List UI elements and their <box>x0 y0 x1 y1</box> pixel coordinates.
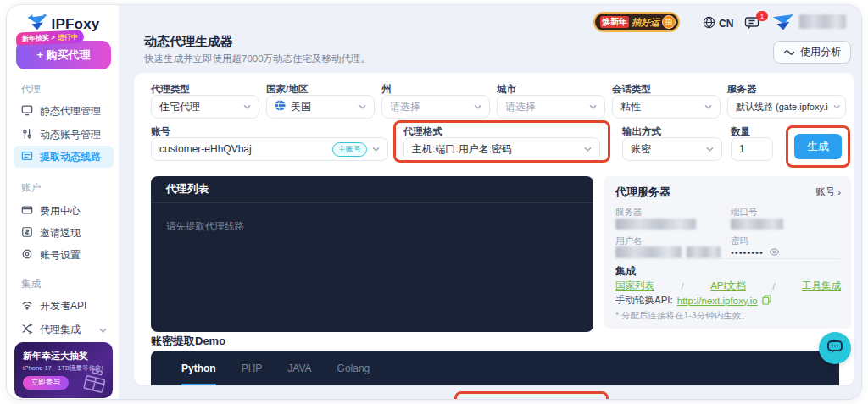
tab-golang[interactable]: Golang <box>337 351 370 385</box>
port-value-redacted <box>731 219 783 230</box>
tab-label: PHP <box>242 362 263 374</box>
lines-card-icon <box>21 150 33 164</box>
sidebar-item-settings[interactable]: 账号设置 <box>14 244 114 266</box>
sidebar-item-label: 开发者API <box>40 299 86 313</box>
quantity-input[interactable]: 1 <box>731 137 773 161</box>
proxy-type-select[interactable]: 住宅代理 <box>151 95 259 119</box>
proxy-format-select[interactable]: 主机:端口:用户名:密码 <box>403 137 600 161</box>
page-title: 动态代理生成器 <box>144 34 233 50</box>
chevron-down-icon <box>99 324 107 335</box>
session-type-value: 粘性 <box>620 100 699 114</box>
account-select[interactable]: customer-eHhQVbaj 主账号 <box>151 137 388 161</box>
city-select[interactable]: 请选择 <box>497 95 605 119</box>
username-value-redacted <box>687 246 721 258</box>
sidebar: IPFoxy 新年抽奖 > 进行中 + 购买代理 代理 静态代理管理 动态账号管… <box>7 5 120 399</box>
buy-proxy-button[interactable]: + 购买代理 <box>16 41 111 69</box>
chevron-down-icon <box>474 104 481 109</box>
username-value-redacted <box>615 246 682 258</box>
session-type-select[interactable]: 粘性 <box>612 95 721 119</box>
sidebar-item-invite[interactable]: 邀请返现 <box>14 222 114 244</box>
tab-java[interactable]: JAVA <box>287 351 311 385</box>
sidebar-item-label: 邀请返现 <box>40 226 81 241</box>
actions-highlight-box <box>454 391 609 399</box>
output-mode-select[interactable]: 账密 <box>622 137 722 161</box>
server-value-redacted <box>615 219 696 230</box>
sidebar-item-label: 静态代理管理 <box>40 104 101 119</box>
proxy-list-panel: 代理列表 请先提取代理线路 二维码 批量复制 导出 <box>151 176 593 332</box>
server-panel-title: 代理服务器 <box>615 185 670 200</box>
api-url-link[interactable]: http://next.ipfoxy.io <box>677 296 758 306</box>
sidebar-item-billing[interactable]: 费用中心 <box>14 200 114 222</box>
sidebar-item-label: 代理集成 <box>40 323 81 337</box>
country-list-link[interactable]: 国家列表 <box>615 279 654 292</box>
user-avatar[interactable] <box>772 11 794 35</box>
section-title-account: 账户 <box>21 181 41 194</box>
proxy-type-label: 代理类型 <box>151 83 190 96</box>
messages-button[interactable]: 1 <box>744 16 760 33</box>
demo-title: 账密提取Demo <box>151 334 225 349</box>
generate-button[interactable]: 生成 <box>794 134 842 159</box>
username-redacted[interactable] <box>799 14 846 29</box>
demo-code-panel: Python PHP JAVA Golang <box>151 351 839 385</box>
chevron-down-icon <box>243 104 251 109</box>
gift-icon <box>77 364 112 398</box>
fox-avatar-icon <box>772 19 794 34</box>
chevron-down-icon <box>584 147 592 152</box>
lottery-ribbon[interactable]: 新年抽奖 > 进行中 <box>16 30 84 46</box>
city-placeholder: 请选择 <box>505 100 584 114</box>
proxy-type-value: 住宅代理 <box>159 100 238 114</box>
language-label: CN <box>719 18 733 30</box>
sidebar-item-label: 提取动态线路 <box>40 150 101 164</box>
api-docs-link[interactable]: API文档 <box>710 279 746 292</box>
promo-title: 新年幸运大抽奖 <box>23 350 88 362</box>
promo-join-button[interactable]: 立即参与 <box>23 376 69 390</box>
chat-support-button[interactable] <box>819 332 851 364</box>
account-label: 账号 <box>151 125 170 138</box>
password-dots: •••••••• <box>731 247 764 257</box>
language-switcher[interactable]: CN <box>703 16 733 31</box>
festival-badge[interactable]: 焕新年 抽好运 抽 <box>593 12 680 32</box>
proxy-list-empty-text: 请先提取代理线路 <box>166 220 244 233</box>
chevron-down-icon <box>589 104 597 109</box>
chat-icon <box>826 340 843 357</box>
server-value: 默认线路 (gate.ipfoxy.io) <box>736 101 828 113</box>
content-card: 代理类型 住宅代理 国家/地区 美国 州 请选择 城市 请选择 会话类型 <box>134 73 854 385</box>
sidebar-item-extract-lines[interactable]: 提取动态线路 <box>14 146 114 168</box>
output-mode-label: 输出方式 <box>622 125 661 138</box>
us-flag-icon <box>275 100 286 113</box>
chart-line-icon <box>783 47 795 58</box>
tab-python[interactable]: Python <box>181 351 216 385</box>
integration-links: 国家列表 / API文档 / 工具集成 <box>615 279 841 292</box>
country-value: 美国 <box>291 100 353 114</box>
eye-icon[interactable] <box>769 247 780 257</box>
tab-php[interactable]: PHP <box>242 351 263 385</box>
country-label: 国家/地区 <box>266 83 308 96</box>
account-link[interactable]: 账号 › <box>815 185 841 198</box>
server-select[interactable]: 默认线路 (gate.ipfoxy.io) <box>727 95 846 119</box>
sidebar-item-dynamic-account[interactable]: 动态账号管理 <box>14 124 114 146</box>
sidebar-item-static-proxy[interactable]: 静态代理管理 <box>14 100 114 122</box>
tools-link[interactable]: 工具集成 <box>802 279 841 292</box>
proxy-format-label: 代理格式 <box>403 125 442 138</box>
country-select[interactable]: 美国 <box>266 95 375 119</box>
state-select[interactable]: 请选择 <box>381 95 490 119</box>
integration-branch-icon <box>21 323 33 337</box>
copy-icon[interactable] <box>762 295 771 307</box>
main-area: 焕新年 抽好运 抽 CN 1 动态代理生成器 快速生成并立即使用超7000万动态… <box>120 5 861 399</box>
sidebar-item-proxy-integration[interactable]: 代理集成 <box>14 318 114 340</box>
ribbon-status: 进行中 <box>58 32 78 42</box>
main-account-badge: 主账号 <box>332 142 367 157</box>
divider <box>615 258 839 259</box>
proxy-list-title: 代理列表 <box>166 182 209 196</box>
chevron-down-icon <box>372 147 380 152</box>
festival-part2: 抽好运 <box>632 16 659 29</box>
promo-card[interactable]: 新年幸运大抽奖 iPhone 17、1TB流量等你拿! 立即参与 <box>14 342 113 398</box>
account-value: customer-eHhQVbaj <box>159 143 327 155</box>
tab-label: Golang <box>337 362 370 374</box>
usage-analytics-button[interactable]: 使用分析 <box>773 41 851 64</box>
message-count-badge: 1 <box>756 11 768 21</box>
ribbon-text: 新年抽奖 > <box>22 33 55 43</box>
sidebar-item-developer-api[interactable]: 开发者API <box>14 295 114 317</box>
separator: / <box>682 281 684 291</box>
app-frame: IPFoxy 新年抽奖 > 进行中 + 购买代理 代理 静态代理管理 动态账号管… <box>7 5 861 399</box>
